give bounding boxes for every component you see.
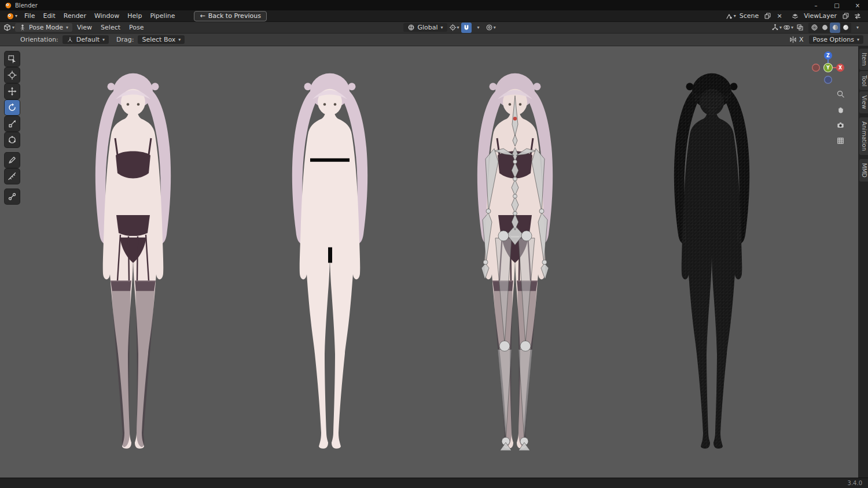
chevron-down-icon: ▾ [734, 14, 736, 19]
gizmo-axis-z[interactable]: Z [824, 51, 832, 60]
editor-type-button[interactable]: ▾ [3, 23, 14, 33]
window-title: Blender [15, 2, 38, 9]
shading-mode-group [808, 23, 851, 33]
gizmo-axis-y[interactable]: Y [824, 64, 833, 72]
tool-transform[interactable] [5, 132, 20, 147]
model-wireframe[interactable] [654, 62, 770, 464]
minimize-button[interactable]: – [806, 0, 826, 10]
new-viewlayer-button[interactable] [840, 11, 851, 21]
snap-settings-dropdown[interactable]: ▾ [473, 23, 484, 33]
annotate-pen-icon [8, 156, 17, 165]
menu-file[interactable]: File [20, 11, 39, 21]
blender-window: Blender – □ × ▾ File Edit Render Window … [0, 0, 868, 488]
tool-scale[interactable] [5, 116, 20, 131]
tool-move[interactable] [5, 84, 20, 99]
menu-render[interactable]: Render [60, 11, 90, 21]
toolbar [5, 51, 20, 205]
maximize-button[interactable]: □ [826, 0, 847, 10]
menu-help[interactable]: Help [123, 11, 146, 21]
tab-animation[interactable]: Animation [859, 117, 868, 155]
menu-edit[interactable]: Edit [39, 11, 59, 21]
orientation-dropdown[interactable]: Global ▾ [403, 23, 447, 32]
gizmo-negative-x[interactable] [812, 64, 820, 72]
copy-icon [842, 12, 849, 20]
tab-mmd[interactable]: MMD [859, 159, 868, 182]
viewlayer-name[interactable]: ViewLayer [802, 12, 838, 20]
wireframe-mesh-overlay [674, 73, 749, 449]
mode-dropdown[interactable]: Pose Mode ▾ [15, 23, 72, 32]
shading-settings-dropdown[interactable]: ▾ [852, 23, 863, 33]
x-mirror-label: X [799, 36, 804, 43]
chevron-down-icon: ▾ [66, 25, 68, 30]
back-to-previous-button[interactable]: ← Back to Previous [194, 11, 266, 21]
globe-icon [407, 24, 415, 31]
move-icon [8, 87, 17, 96]
pose-mode-icon [19, 24, 26, 31]
rendered-sphere-icon [842, 24, 849, 31]
browse-viewlayer-button[interactable] [790, 11, 800, 21]
tool-measure[interactable] [5, 169, 20, 184]
scene-viewlayer-cluster: ▾ Scene × ViewLayer [725, 11, 865, 21]
shading-solid-button[interactable] [819, 23, 830, 33]
drag-setting-label: Drag: [116, 36, 134, 43]
pose-options-cluster: X Pose Options ▾ [789, 35, 863, 45]
browse-scene-button[interactable]: ▾ [725, 11, 736, 21]
tool-annotate[interactable] [5, 153, 20, 168]
scene-name[interactable]: Scene [738, 12, 761, 20]
zoom-button[interactable] [833, 87, 847, 101]
gizmo-negative-z[interactable] [825, 76, 832, 84]
xray-icon [796, 24, 804, 31]
x-mirror-toggle[interactable]: X [789, 35, 804, 45]
back-arrow-icon: ← [200, 12, 205, 20]
select-box-icon [8, 54, 17, 64]
shading-material-button[interactable] [830, 23, 840, 33]
orientation-setting-label: Orientation: [20, 36, 58, 43]
shading-rendered-button[interactable] [840, 23, 851, 33]
new-scene-button[interactable] [762, 11, 773, 21]
tab-tool[interactable]: Tool [859, 71, 868, 90]
unlink-scene-button[interactable]: × [774, 11, 785, 21]
chevron-down-icon: ▾ [791, 25, 793, 30]
copy-icon [764, 12, 771, 20]
chevron-down-icon: ▾ [178, 38, 181, 42]
navigation-gizmo[interactable]: Z X Y [810, 50, 846, 86]
transform-icon [8, 135, 17, 145]
model-base[interactable] [272, 62, 388, 464]
viewlayer-icon [791, 12, 799, 20]
close-button[interactable]: × [847, 0, 868, 10]
overlays-icon [783, 24, 790, 31]
model-clothed[interactable] [75, 62, 191, 464]
tool-pose-breakdowner[interactable] [5, 189, 20, 204]
menu-view[interactable]: View [73, 23, 96, 32]
overlays-dropdown[interactable]: ▾ [783, 23, 793, 33]
app-menu-button[interactable]: ▾ [3, 12, 20, 20]
gizmo-axis-x[interactable]: X [836, 64, 844, 72]
perspective-toggle-button[interactable] [833, 134, 847, 147]
camera-view-button[interactable] [833, 118, 847, 132]
xray-toggle[interactable] [795, 23, 805, 33]
shading-wireframe-button[interactable] [809, 23, 819, 33]
pan-button[interactable] [833, 102, 847, 116]
cursor-icon [8, 71, 17, 80]
tool-rotate[interactable] [5, 100, 20, 115]
drag-mode-dropdown[interactable]: Select Box ▾ [138, 35, 185, 44]
proportional-editing-dropdown[interactable]: ▾ [486, 23, 496, 33]
tab-item[interactable]: Item [859, 49, 868, 70]
tool-select-box[interactable] [5, 51, 20, 66]
model-armature[interactable] [457, 62, 573, 464]
tool-cursor[interactable] [5, 68, 20, 83]
menu-pipeline[interactable]: Pipeline [146, 11, 179, 21]
menu-pose[interactable]: Pose [125, 23, 148, 32]
3d-viewport[interactable]: Z X Y [0, 46, 868, 478]
chevron-down-icon: ▾ [494, 25, 496, 30]
overlay-shading-cluster: ▾ ▾ [771, 23, 865, 33]
data-transfer-button[interactable] [852, 11, 863, 21]
orientation-default-dropdown[interactable]: Default ▾ [62, 35, 109, 44]
tab-view[interactable]: View [859, 91, 868, 113]
pivot-point-dropdown[interactable]: ▾ [449, 23, 459, 33]
snap-toggle[interactable] [461, 23, 472, 33]
pose-options-dropdown[interactable]: Pose Options ▾ [809, 35, 863, 44]
menu-select[interactable]: Select [97, 23, 124, 32]
show-gizmo-dropdown[interactable]: ▾ [771, 23, 782, 33]
menu-window[interactable]: Window [90, 11, 123, 21]
